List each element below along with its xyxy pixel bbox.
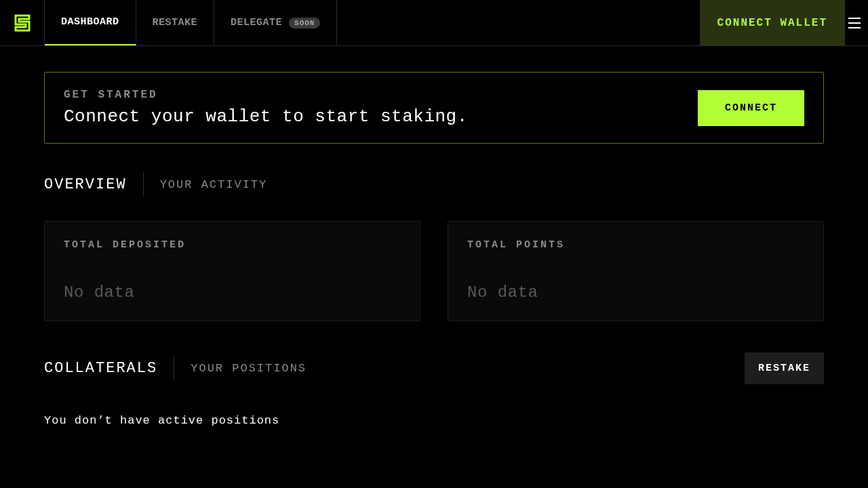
nav-item-delegate[interactable]: DELEGATE SOON <box>214 0 337 45</box>
collaterals-tabs: COLLATERALS YOUR POSITIONS <box>44 357 745 381</box>
nav-item-restake[interactable]: RESTAKE <box>136 0 215 45</box>
tab-label: YOUR ACTIVITY <box>160 178 268 191</box>
banner-title: Connect your wallet to start staking. <box>64 106 468 127</box>
nav-item-label: DASHBOARD <box>61 16 119 28</box>
restake-button[interactable]: RESTAKE <box>745 352 824 384</box>
tab-collaterals[interactable]: COLLATERALS <box>44 360 157 377</box>
get-started-banner: GET STARTED Connect your wallet to start… <box>44 72 824 144</box>
topbar-spacer <box>337 0 699 45</box>
card-total-points: TOTAL POINTS No data <box>448 221 824 321</box>
banner-text: GET STARTED Connect your wallet to start… <box>64 89 468 127</box>
tab-divider <box>143 172 144 197</box>
menu-icon <box>848 18 861 28</box>
card-value: No data <box>467 283 804 302</box>
main-content: GET STARTED Connect your wallet to start… <box>0 46 868 427</box>
tab-your-activity[interactable]: YOUR ACTIVITY <box>160 178 268 191</box>
tab-your-positions[interactable]: YOUR POSITIONS <box>191 362 307 375</box>
collaterals-header: COLLATERALS YOUR POSITIONS RESTAKE <box>44 352 824 384</box>
menu-button[interactable] <box>845 0 868 45</box>
restake-button-label: RESTAKE <box>758 363 810 374</box>
nav-item-label: RESTAKE <box>153 17 198 28</box>
soon-badge: SOON <box>289 18 320 28</box>
positions-empty-message: You don’t have active positions <box>44 414 824 427</box>
banner-eyebrow: GET STARTED <box>64 89 468 101</box>
overview-cards: TOTAL DEPOSITED No data TOTAL POINTS No … <box>44 221 824 321</box>
nav-tabs: DASHBOARD RESTAKE DELEGATE SOON <box>45 0 337 45</box>
tab-divider <box>174 357 174 381</box>
topbar: DASHBOARD RESTAKE DELEGATE SOON CONNECT … <box>0 0 868 46</box>
tab-overview[interactable]: OVERVIEW <box>44 176 127 193</box>
connect-button[interactable]: CONNECT <box>698 90 804 126</box>
nav-item-label: DELEGATE <box>231 17 282 28</box>
nav-item-dashboard[interactable]: DASHBOARD <box>45 0 136 45</box>
card-value: No data <box>64 283 401 302</box>
overview-tabs: OVERVIEW YOUR ACTIVITY <box>44 172 824 197</box>
connect-wallet-label: CONNECT WALLET <box>717 17 827 29</box>
tab-label: COLLATERALS <box>44 360 157 377</box>
tab-label: OVERVIEW <box>44 176 127 193</box>
card-total-deposited: TOTAL DEPOSITED No data <box>44 221 420 321</box>
logo-icon <box>13 14 32 33</box>
logo[interactable] <box>0 0 45 45</box>
tab-label: YOUR POSITIONS <box>191 362 307 375</box>
connect-button-label: CONNECT <box>725 102 777 114</box>
connect-wallet-button[interactable]: CONNECT WALLET <box>700 0 845 45</box>
card-label: TOTAL DEPOSITED <box>64 239 401 251</box>
card-label: TOTAL POINTS <box>467 239 804 251</box>
